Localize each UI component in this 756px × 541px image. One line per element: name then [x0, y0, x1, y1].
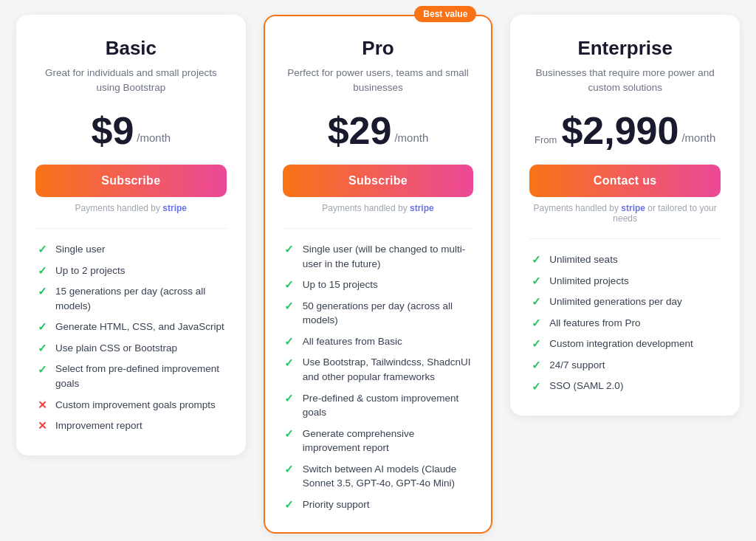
- subscribe-btn-basic[interactable]: Subscribe: [35, 165, 227, 197]
- feature-text: Unlimited projects: [549, 274, 628, 289]
- feature-text: Use plain CSS or Bootstrap: [55, 341, 177, 356]
- feature-item: ✓ Switch between AI models (Claude Sonne…: [283, 462, 474, 491]
- payment-note-enterprise: Payments handled by stripe or tailored t…: [529, 203, 721, 224]
- feature-text: Switch between AI models (Claude Sonnet …: [303, 462, 474, 491]
- feature-text: All features from Pro: [549, 316, 640, 331]
- plan-card-basic: BasicGreat for individuals and small pro…: [16, 15, 246, 455]
- divider-basic: [35, 228, 227, 229]
- check-icon: ✓: [283, 356, 296, 369]
- check-icon: ✓: [529, 317, 543, 330]
- plan-desc-enterprise: Businesses that require more power and c…: [529, 66, 721, 97]
- check-icon: ✓: [35, 264, 49, 278]
- divider-pro: [283, 228, 474, 229]
- feature-item: ✓ Unlimited generations per day: [529, 294, 721, 309]
- feature-text: All features from Basic: [303, 334, 402, 349]
- price-from-enterprise: From: [535, 134, 557, 145]
- price-row-basic: $9/month: [35, 111, 227, 150]
- feature-item: ✓ Priority support: [283, 497, 474, 512]
- check-icon: ✓: [529, 337, 543, 351]
- feature-text: Custom integration development: [549, 337, 693, 351]
- plan-name-pro: Pro: [283, 37, 474, 60]
- plan-card-enterprise: EnterpriseBusinesses that require more p…: [510, 15, 740, 416]
- feature-text: SSO (SAML 2.0): [549, 379, 623, 393]
- feature-item: ✓ 15 generations per day (across all mod…: [35, 284, 227, 313]
- feature-item: ✓ Use Bootstrap, Tailwindcss, ShadcnUI a…: [283, 355, 474, 384]
- price-row-enterprise: From$2,990/month: [529, 111, 721, 150]
- feature-text: Improvement report: [55, 418, 142, 433]
- check-icon: ✓: [35, 362, 49, 376]
- price-period-basic: /month: [137, 131, 171, 144]
- plan-desc-pro: Perfect for power users, teams and small…: [283, 66, 474, 97]
- check-icon: ✓: [283, 243, 296, 256]
- feature-text: Generate comprehensive improvement repor…: [303, 427, 474, 455]
- best-value-badge: Best value: [414, 6, 476, 22]
- feature-item: ✓ Select from pre-defined improvement go…: [35, 362, 227, 390]
- feature-text: Unlimited seats: [549, 252, 617, 267]
- check-icon: ✓: [283, 463, 296, 476]
- feature-text: Unlimited generations per day: [549, 294, 681, 309]
- price-amount-pro: $29: [328, 111, 392, 150]
- feature-item: ✓ Pre-defined & custom improvement goals: [283, 391, 474, 420]
- pricing-container: BasicGreat for individuals and small pro…: [16, 15, 740, 534]
- x-icon: ✕: [35, 419, 49, 433]
- features-list-enterprise: ✓ Unlimited seats ✓ Unlimited projects ✓…: [529, 252, 721, 393]
- check-icon: ✓: [283, 300, 296, 313]
- feature-text: 15 generations per day (across all model…: [55, 284, 227, 313]
- feature-text: Custom improvement goals prompts: [55, 398, 216, 413]
- x-icon: ✕: [35, 399, 49, 412]
- feature-item: ✓ All features from Basic: [283, 334, 474, 349]
- stripe-link-enterprise[interactable]: stripe: [621, 203, 645, 213]
- check-icon: ✓: [283, 498, 296, 511]
- feature-item: ✓ Single user (will be changed to multi-…: [283, 242, 474, 271]
- feature-item: ✓ Generate HTML, CSS, and JavaScript: [35, 320, 227, 334]
- plan-name-enterprise: Enterprise: [529, 37, 721, 60]
- feature-text: 24/7 support: [549, 358, 605, 373]
- check-icon: ✓: [283, 335, 296, 348]
- feature-text: Priority support: [303, 497, 370, 512]
- divider-enterprise: [529, 238, 721, 239]
- feature-text: Pre-defined & custom improvement goals: [303, 391, 474, 420]
- feature-text: Up to 2 projects: [55, 263, 126, 278]
- subscribe-btn-pro[interactable]: Subscribe: [283, 165, 474, 197]
- features-list-basic: ✓ Single user ✓ Up to 2 projects ✓ 15 ge…: [35, 242, 227, 433]
- check-icon: ✓: [529, 295, 543, 309]
- feature-item: ✓ Unlimited projects: [529, 274, 721, 289]
- subscribe-btn-enterprise[interactable]: Contact us: [529, 165, 721, 197]
- feature-item: ✓ Use plain CSS or Bootstrap: [35, 341, 227, 356]
- check-icon: ✓: [35, 342, 49, 355]
- price-amount-enterprise: $2,990: [561, 111, 678, 150]
- feature-item: ✓ Unlimited seats: [529, 252, 721, 267]
- feature-item: ✓ Custom integration development: [529, 337, 721, 351]
- check-icon: ✓: [283, 392, 296, 405]
- feature-item: ✕ Custom improvement goals prompts: [35, 398, 227, 413]
- feature-item: ✓ All features from Pro: [529, 316, 721, 331]
- check-icon: ✓: [529, 275, 543, 288]
- check-icon: ✓: [529, 253, 543, 266]
- stripe-link-basic[interactable]: stripe: [162, 203, 187, 213]
- check-icon: ✓: [35, 285, 49, 298]
- feature-item: ✓ SSO (SAML 2.0): [529, 379, 721, 393]
- check-icon: ✓: [35, 243, 49, 256]
- feature-text: Select from pre-defined improvement goal…: [55, 362, 227, 390]
- feature-text: Generate HTML, CSS, and JavaScript: [55, 320, 224, 334]
- feature-text: Single user (will be changed to multi-us…: [303, 242, 474, 271]
- feature-text: Up to 15 projects: [303, 278, 378, 292]
- feature-text: Use Bootstrap, Tailwindcss, ShadcnUI and…: [303, 355, 474, 384]
- plan-card-pro: Best valueProPerfect for power users, te…: [264, 15, 493, 534]
- check-icon: ✓: [35, 320, 49, 334]
- feature-item: ✓ 24/7 support: [529, 358, 721, 373]
- price-period-enterprise: /month: [681, 131, 715, 144]
- check-icon: ✓: [283, 278, 296, 292]
- feature-item: ✓ 50 generations per day (across all mod…: [283, 299, 474, 328]
- check-icon: ✓: [529, 379, 543, 393]
- price-row-pro: $29/month: [283, 111, 474, 150]
- feature-item: ✓ Generate comprehensive improvement rep…: [283, 427, 474, 455]
- check-icon: ✓: [283, 427, 296, 441]
- plan-desc-basic: Great for individuals and small projects…: [35, 66, 227, 97]
- payment-note-basic: Payments handled by stripe: [35, 203, 227, 213]
- feature-item: ✓ Up to 15 projects: [283, 278, 474, 292]
- features-list-pro: ✓ Single user (will be changed to multi-…: [283, 242, 474, 511]
- feature-text: 50 generations per day (across all model…: [303, 299, 474, 328]
- stripe-link-pro[interactable]: stripe: [410, 203, 434, 213]
- feature-item: ✓ Up to 2 projects: [35, 263, 227, 278]
